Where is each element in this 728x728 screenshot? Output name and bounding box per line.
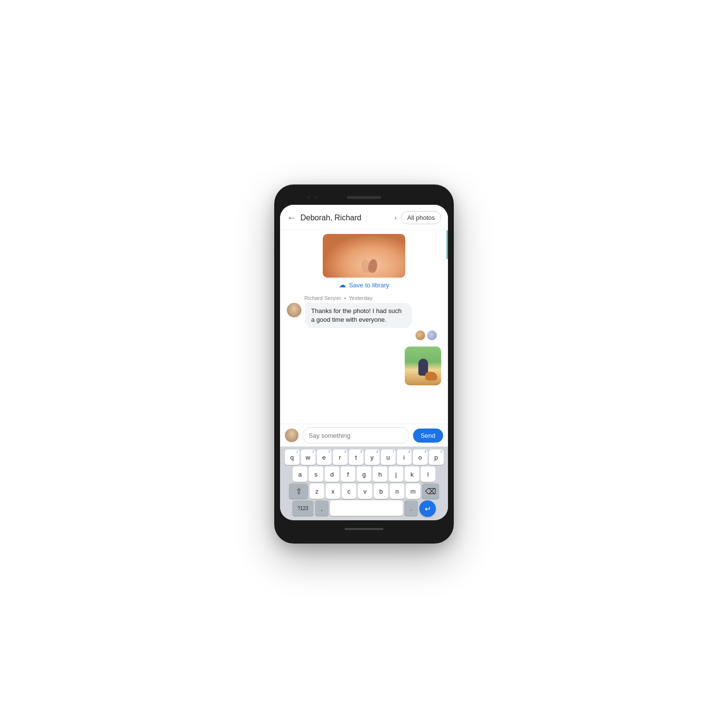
key-q[interactable]: q1 xyxy=(285,449,299,465)
reaction-badges xyxy=(415,330,437,341)
key-o[interactable]: o9 xyxy=(413,449,428,465)
key-m[interactable]: m xyxy=(406,483,420,499)
keyboard-row-4: ?123 , . ↵ xyxy=(282,500,446,517)
key-c[interactable]: c xyxy=(342,483,356,499)
key-e[interactable]: e3 xyxy=(317,449,331,465)
key-y[interactable]: y6 xyxy=(365,449,380,465)
phone-bottom-bar xyxy=(280,523,448,535)
key-u[interactable]: u7 xyxy=(381,449,396,465)
reaction-avatar-2 xyxy=(427,331,437,340)
save-to-library-button[interactable]: ☁ Save to library xyxy=(339,281,389,289)
speaker xyxy=(347,196,381,199)
key-s[interactable]: s xyxy=(309,466,323,482)
key-j[interactable]: j xyxy=(389,466,403,482)
key-p[interactable]: p0 xyxy=(429,449,444,465)
sender-avatar xyxy=(287,303,301,317)
comma-key[interactable]: , xyxy=(315,500,329,516)
camera-dot xyxy=(307,196,311,199)
input-area: Send xyxy=(280,424,448,447)
key-z[interactable]: z xyxy=(310,483,324,499)
scroll-accent-bar xyxy=(447,230,448,259)
app-header: ← Deborah, Richard › All photos xyxy=(280,205,448,230)
reaction-avatar-1 xyxy=(415,331,425,340)
user-avatar-image xyxy=(285,429,298,442)
shared-photo-image xyxy=(323,234,405,278)
reaction-badge-1 xyxy=(415,330,426,341)
scene: ← Deborah, Richard › All photos xyxy=(0,0,728,728)
key-v[interactable]: v xyxy=(358,483,372,499)
symbols-key[interactable]: ?123 xyxy=(292,500,314,516)
space-key[interactable] xyxy=(330,500,403,516)
phone-top-bar xyxy=(280,190,448,205)
keyboard-row-2: a s d f g h j k l xyxy=(282,466,446,482)
camera-dot2 xyxy=(314,196,318,199)
shared-photo-block: ☁ Save to library xyxy=(280,230,448,291)
key-f[interactable]: f xyxy=(341,466,355,482)
key-k[interactable]: k xyxy=(405,466,419,482)
key-t[interactable]: t5 xyxy=(349,449,364,465)
delete-key[interactable]: ⌫ xyxy=(422,483,439,499)
key-b[interactable]: b xyxy=(374,483,388,499)
key-g[interactable]: g xyxy=(357,466,371,482)
message-row: Thanks for the photo! I had such a good … xyxy=(287,303,441,328)
app-screen: ← Deborah, Richard › All photos xyxy=(280,205,448,520)
key-i[interactable]: i8 xyxy=(397,449,412,465)
shift-key[interactable]: ⇧ xyxy=(289,483,308,499)
outgoing-photo-block xyxy=(280,343,448,387)
sender-info: Richard Senzer • Yesterday xyxy=(287,295,441,301)
chat-scroll-area[interactable]: ☁ Save to library Richard Senzer • Yeste… xyxy=(280,230,448,424)
period-key[interactable]: . xyxy=(404,500,418,516)
reaction-badge-2 xyxy=(427,330,437,341)
cloud-upload-icon: ☁ xyxy=(339,281,346,289)
key-x[interactable]: x xyxy=(326,483,340,499)
key-n[interactable]: n xyxy=(390,483,404,499)
sender-name: Richard Senzer xyxy=(304,295,341,301)
outgoing-photo-content xyxy=(405,347,441,385)
home-indicator xyxy=(345,528,383,530)
user-avatar xyxy=(285,429,298,442)
phone-shell: ← Deborah, Richard › All photos xyxy=(274,184,454,544)
send-button[interactable]: Send xyxy=(413,429,443,443)
save-to-library-label: Save to library xyxy=(349,281,389,289)
message-timestamp: Yesterday xyxy=(349,295,373,301)
all-photos-button[interactable]: All photos xyxy=(401,211,441,224)
keyboard-row-3: ⇧ z x c v b n m ⌫ xyxy=(282,483,446,499)
key-r[interactable]: r4 xyxy=(333,449,347,465)
key-w[interactable]: w2 xyxy=(301,449,315,465)
enter-key[interactable]: ↵ xyxy=(419,500,436,517)
key-a[interactable]: a xyxy=(293,466,307,482)
outgoing-photo xyxy=(405,347,441,385)
foot-right xyxy=(367,259,379,274)
back-button[interactable]: ← xyxy=(287,212,297,223)
dog-silhouette xyxy=(425,372,437,381)
message-bubble: Thanks for the photo! I had such a good … xyxy=(305,303,412,328)
message-block: Richard Senzer • Yesterday Thanks for th… xyxy=(280,291,448,343)
avatar-image xyxy=(287,303,301,317)
key-l[interactable]: l xyxy=(421,466,435,482)
key-d[interactable]: d xyxy=(325,466,339,482)
title-chevron-icon: › xyxy=(395,215,397,221)
message-input[interactable] xyxy=(302,427,409,444)
keyboard-row-1: q1 w2 e3 r4 t5 y6 u7 i8 o9 p0 xyxy=(282,449,446,465)
photo-content xyxy=(323,234,405,278)
photo-detail xyxy=(362,253,391,273)
conversation-title[interactable]: Deborah, Richard xyxy=(300,214,394,222)
reaction-row xyxy=(287,330,441,341)
keyboard: q1 w2 e3 r4 t5 y6 u7 i8 o9 p0 a s d f xyxy=(280,447,448,520)
key-h[interactable]: h xyxy=(373,466,387,482)
